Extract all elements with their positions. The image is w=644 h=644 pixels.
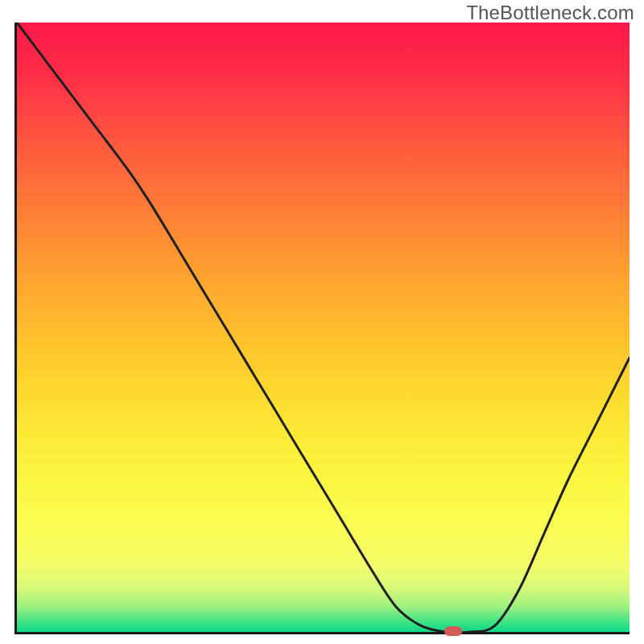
- optimum-marker: [444, 626, 462, 636]
- bottleneck-curve-path: [17, 23, 630, 632]
- curve-svg: [17, 23, 630, 632]
- chart-frame: TheBottleneck.com: [0, 0, 644, 644]
- plot-area: [14, 23, 630, 634]
- watermark-text: TheBottleneck.com: [466, 2, 634, 24]
